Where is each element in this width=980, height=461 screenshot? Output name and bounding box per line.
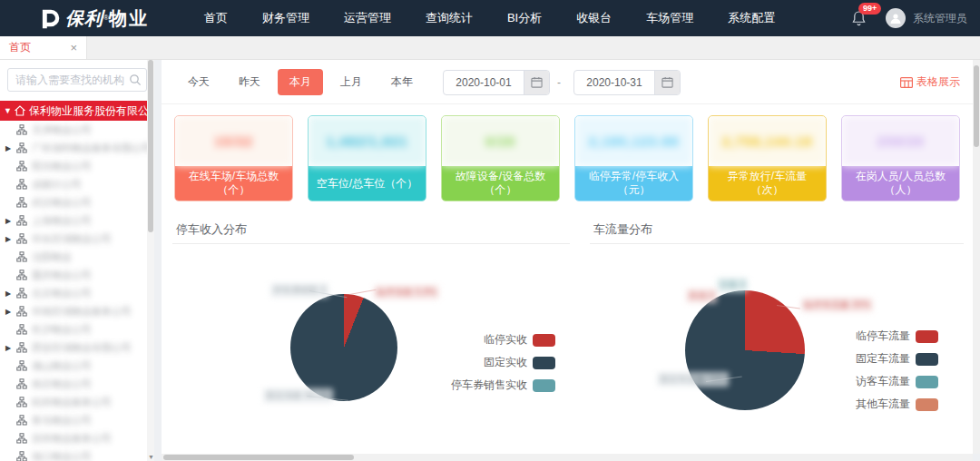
- org-icon: [16, 360, 27, 371]
- pie-parking-revenue[interactable]: [290, 294, 397, 401]
- caret-down-icon[interactable]: ▼: [4, 106, 12, 115]
- scroll-down-arrow-icon[interactable]: ▼: [148, 454, 154, 460]
- caret-right-icon[interactable]: ▶: [5, 144, 15, 152]
- tree-item[interactable]: ▶ 北京物业公司: [0, 284, 154, 302]
- tree-item[interactable]: 重庆物业公司: [0, 266, 154, 284]
- legend-label: 固定车流量: [856, 351, 910, 367]
- main-content: 今天昨天本月上月本年 2020-10-01 - 2020-10-31: [162, 60, 973, 454]
- tree-item[interactable]: 沈阳物业: [0, 248, 154, 266]
- table-view-label: 表格展示: [916, 74, 960, 90]
- legend-swatch-icon: [916, 376, 938, 388]
- tree-item[interactable]: 武汉物业公司: [0, 193, 154, 211]
- caret-right-icon[interactable]: ▶: [5, 344, 15, 352]
- table-view-link[interactable]: 表格展示: [900, 74, 960, 90]
- legend-item[interactable]: 访客车流量: [856, 374, 938, 389]
- tree-item[interactable]: 南京物业公司: [0, 375, 154, 393]
- stat-card[interactable]: 15/32 在线车场/车场总数（个）: [174, 115, 293, 201]
- date-to-picker[interactable]: 2020-10-31: [573, 70, 681, 95]
- tree-item-label: 华东区域物业公司: [32, 232, 112, 246]
- calendar-button-to[interactable]: [654, 70, 680, 95]
- stat-card[interactable]: 2,180,123.88 临停异常/停车收入（元）: [574, 115, 693, 201]
- caret-right-icon[interactable]: ▶: [5, 235, 15, 243]
- user-avatar[interactable]: [886, 8, 906, 28]
- table-icon: [900, 77, 913, 88]
- tab-home[interactable]: 首页 ×: [0, 36, 87, 59]
- calendar-button-from[interactable]: [524, 70, 549, 95]
- tree-item[interactable]: 阳光物业公司: [0, 157, 154, 175]
- stat-card[interactable]: 2,758,144.18 异常放行/车流量（次）: [708, 115, 827, 201]
- main-vertical-scrollbar-thumb[interactable]: [974, 65, 979, 147]
- tree-item-label: 长沙物业公司: [32, 323, 92, 337]
- caret-right-icon[interactable]: ▶: [5, 289, 15, 298]
- tree-item[interactable]: 海口物业公司: [0, 447, 154, 461]
- stat-card-value: 6/28: [442, 116, 559, 166]
- search-icon[interactable]: [129, 74, 142, 86]
- main-vertical-scrollbar[interactable]: [973, 60, 980, 454]
- tree-item[interactable]: 苏州物业服务公司: [0, 429, 154, 447]
- current-user-name[interactable]: 系统管理员: [913, 11, 967, 26]
- tree-item[interactable]: ▶ 西安区域物业有限公司: [0, 338, 154, 357]
- sidebar-scrollbar[interactable]: ▼: [147, 60, 154, 461]
- tree-item[interactable]: ▶ 上海物业公司: [0, 211, 154, 230]
- caret-right-icon[interactable]: ▶: [5, 308, 15, 316]
- brand-logo: 保利 ® 物业: [38, 6, 149, 31]
- main-horizontal-scrollbar-thumb[interactable]: [163, 455, 354, 460]
- nav-item[interactable]: 首页: [187, 0, 245, 36]
- legend-item[interactable]: 其他车流量: [856, 397, 938, 412]
- legend: 临停车流量 固定车流量 访客车流量 其他车流量: [856, 329, 938, 412]
- nav-item[interactable]: 查询统计: [408, 0, 490, 36]
- date-to-value[interactable]: 2020-10-31: [574, 76, 654, 89]
- quick-filter-button[interactable]: 本月: [278, 69, 323, 95]
- tree-item[interactable]: 青岛物业公司: [0, 411, 154, 429]
- legend-item[interactable]: 临停车流量: [856, 329, 938, 344]
- calendar-icon: [662, 76, 673, 88]
- org-icon: [16, 161, 27, 172]
- quick-filter-button[interactable]: 本年: [379, 69, 425, 95]
- legend-item[interactable]: 停车券销售实收: [451, 378, 555, 393]
- quick-filter-button[interactable]: 今天: [176, 69, 221, 95]
- tree-item-label: 广州保利物业服务有限公司: [32, 142, 152, 155]
- sidebar-scrollbar-thumb[interactable]: [148, 60, 153, 232]
- main-horizontal-scrollbar[interactable]: [162, 454, 973, 461]
- org-search-input[interactable]: [7, 68, 147, 92]
- nav-item[interactable]: 财务管理: [245, 0, 327, 36]
- tree-item-list: 天津物业公司 ▶ 广州保利物业服务有限公司 阳光物业公司 成都分公司: [0, 121, 154, 461]
- stat-card[interactable]: 259/29 在岗人员/人员总数（人）: [841, 115, 960, 201]
- pie-label-callout: 其他 0: [686, 289, 717, 303]
- org-icon: [16, 342, 27, 353]
- tree-item[interactable]: 长沙物业公司: [0, 320, 154, 338]
- nav-item[interactable]: 系统配置: [710, 0, 792, 36]
- tree-item[interactable]: 成都分公司: [0, 175, 154, 193]
- nav-item[interactable]: 运营管理: [327, 0, 408, 36]
- calendar-icon: [531, 76, 543, 88]
- tree-item-label: 武汉物业公司: [32, 196, 92, 210]
- tree-item[interactable]: ▶ 华东区域物业公司: [0, 230, 154, 248]
- legend-item[interactable]: 临停实收: [484, 332, 555, 348]
- tree-item[interactable]: 佛山物业公司: [0, 357, 154, 375]
- tree-item[interactable]: ▶ 华南区域物业服务公司: [0, 302, 154, 320]
- tree-root-selected[interactable]: ▼ 保利物业服务股份有限公司(15/3: [0, 101, 154, 121]
- tree-item[interactable]: 天津物业公司: [0, 121, 154, 139]
- tree-item-label: 天津物业公司: [32, 123, 92, 137]
- date-from-value[interactable]: 2020-10-01: [444, 76, 524, 89]
- org-sidebar: ▼ 保利物业服务股份有限公司(15/3 天津物业公司 ▶ 广州保利物业服务有限公…: [0, 60, 154, 461]
- quick-filter-button[interactable]: 上月: [328, 69, 374, 95]
- stat-card[interactable]: 1,482/1,921 空车位/总车位（个）: [308, 115, 426, 201]
- notifications-button[interactable]: 99+: [852, 11, 866, 26]
- tab-bar: 首页 ×: [0, 36, 980, 60]
- legend-item[interactable]: 固定车流量: [856, 351, 938, 367]
- legend-swatch-icon: [533, 379, 555, 392]
- caret-right-icon[interactable]: ▶: [5, 217, 15, 225]
- nav-item[interactable]: BI分析: [490, 0, 559, 36]
- legend-item[interactable]: 固定实收: [484, 355, 555, 370]
- nav-item[interactable]: 车场管理: [629, 0, 710, 36]
- tree-item[interactable]: 杭州物业服务公司: [0, 393, 154, 411]
- tab-close-icon[interactable]: ×: [70, 41, 77, 54]
- tree-item[interactable]: ▶ 广州保利物业服务有限公司: [0, 139, 154, 157]
- pie-label-callout: 固定实收 94.1%: [263, 388, 333, 403]
- pie-traffic-flow[interactable]: [685, 290, 805, 410]
- date-from-picker[interactable]: 2020-10-01: [443, 70, 550, 95]
- quick-filter-button[interactable]: 昨天: [227, 69, 272, 95]
- stat-card[interactable]: 6/28 故障设备/设备总数（个）: [441, 115, 560, 201]
- nav-item[interactable]: 收银台: [559, 0, 629, 36]
